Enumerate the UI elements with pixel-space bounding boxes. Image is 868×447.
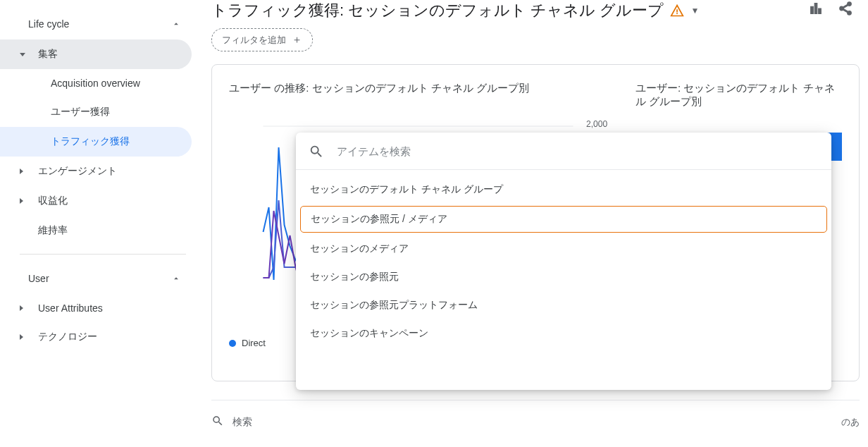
trailing-text: のあ [841, 416, 860, 429]
sidebar-item-engagement[interactable]: エンゲージメント [0, 157, 192, 186]
search-icon [309, 144, 323, 158]
dropdown-search-input[interactable] [337, 145, 819, 157]
sidebar: Life cycle 集客 Acquisition overview ユーザー獲… [0, 0, 197, 447]
dropdown-option[interactable]: セッションのメディア [296, 235, 831, 263]
search-icon[interactable] [211, 415, 224, 429]
chevron-up-icon [169, 17, 183, 31]
add-filter-chip[interactable]: フィルタを追加 ＋ [211, 28, 313, 51]
sidebar-section-lifecycle[interactable]: Life cycle [0, 8, 197, 39]
filter-chip-label: フィルタを追加 [222, 34, 286, 47]
caret-right-icon [20, 305, 23, 311]
sidebar-section-label: User [28, 273, 49, 284]
dropdown-option[interactable]: セッションの参照元 [296, 263, 831, 291]
warning-icon[interactable] [669, 3, 685, 18]
sidebar-item-traffic-acquisition[interactable]: トラフィック獲得 [0, 127, 192, 157]
table-search-row: 検索 のあ [211, 400, 860, 429]
caret-right-icon [20, 169, 23, 174]
sidebar-item-user-acquisition[interactable]: ユーザー獲得 [0, 97, 192, 127]
sidebar-item-label: テクノロジー [38, 331, 97, 343]
chevron-up-icon [169, 271, 183, 286]
sidebar-section-user[interactable]: User [0, 263, 197, 294]
plus-icon: ＋ [292, 33, 302, 47]
legend-dot-icon [229, 340, 236, 347]
sidebar-item-user-attributes[interactable]: User Attributes [0, 294, 192, 322]
caret-down-icon [20, 53, 25, 56]
dropdown-option[interactable]: セッションのデフォルト チャネル グループ [296, 176, 831, 204]
legend-label: Direct [242, 338, 266, 348]
dropdown-search-row [296, 133, 831, 170]
page-title: トラフィック獲得: セッションのデフォルト チャネル グループ ▼ [206, 0, 860, 21]
dropdown-list: セッションのデフォルト チャネル グループ セッションの参照元 / メディア セ… [296, 170, 831, 390]
sidebar-item-acquisition[interactable]: 集客 [0, 39, 192, 69]
sidebar-item-label: 維持率 [38, 224, 68, 237]
sidebar-item-label: User Attributes [38, 302, 103, 314]
page-title-text: トラフィック獲得: セッションのデフォルト チャネル グループ [211, 0, 664, 21]
share-icon[interactable] [837, 0, 854, 17]
sidebar-item-label: Acquisition overview [51, 78, 140, 89]
sidebar-section-label: Life cycle [28, 18, 69, 30]
dropdown-caret-icon[interactable]: ▼ [690, 6, 699, 16]
sidebar-item-label: トラフィック獲得 [51, 135, 130, 147]
sidebar-item-technology[interactable]: テクノロジー [0, 322, 192, 352]
sidebar-item-acquisition-overview[interactable]: Acquisition overview [0, 69, 192, 97]
header-actions [807, 0, 854, 17]
dimension-dropdown: セッションのデフォルト チャネル グループ セッションの参照元 / メディア セ… [296, 133, 831, 390]
y-axis-label: 2,000 [586, 119, 607, 129]
divider [20, 254, 186, 255]
sidebar-item-label: 収益化 [38, 195, 68, 207]
chart-title: ユーザー の推移: セッションのデフォルト チャネル グループ別 [229, 82, 607, 95]
dropdown-option-highlighted[interactable]: セッションの参照元 / メディア [300, 206, 827, 233]
caret-right-icon [20, 198, 23, 204]
sidebar-item-label: 集客 [38, 48, 58, 61]
sidebar-item-label: エンゲージメント [38, 165, 117, 178]
sidebar-item-monetization[interactable]: 収益化 [0, 186, 192, 216]
chart-title: ユーザー: セッションのデフォルト チャネル グループ別 [636, 82, 842, 109]
sidebar-item-retention[interactable]: 維持率 [0, 216, 192, 245]
dropdown-option[interactable]: セッションのキャンペーン [296, 319, 831, 348]
search-label[interactable]: 検索 [232, 416, 252, 429]
sidebar-item-label: ユーザー獲得 [51, 106, 110, 117]
insights-icon[interactable] [807, 0, 824, 17]
caret-right-icon [20, 334, 23, 340]
dropdown-option[interactable]: セッションの参照元プラットフォーム [296, 291, 831, 319]
